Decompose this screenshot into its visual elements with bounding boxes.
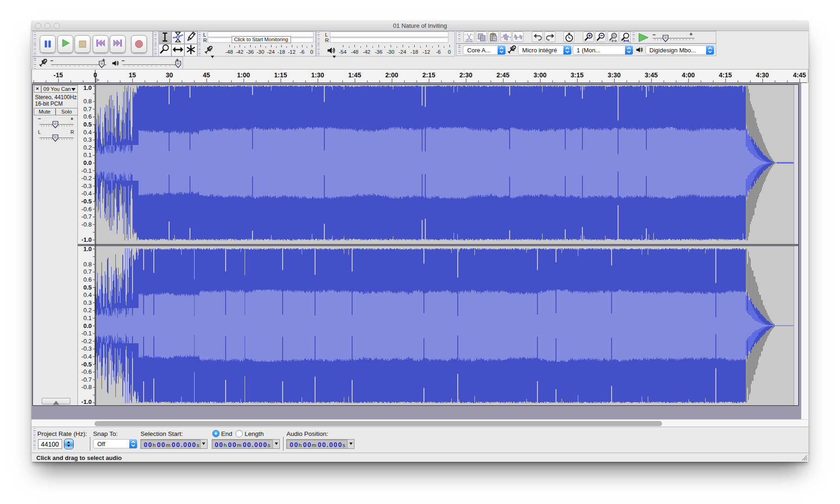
svg-text:4:30: 4:30 <box>756 71 769 79</box>
svg-text:1:30: 1:30 <box>311 71 324 79</box>
svg-text:30: 30 <box>166 71 173 79</box>
svg-text:-0.6: -0.6 <box>81 206 91 213</box>
svg-text:4:45: 4:45 <box>793 71 806 79</box>
svg-text:0.3: 0.3 <box>83 136 91 143</box>
svg-text:-0.3: -0.3 <box>81 345 91 352</box>
svg-text:2:00: 2:00 <box>385 71 398 79</box>
svg-text:0.7: 0.7 <box>83 106 91 113</box>
svg-text:3:45: 3:45 <box>645 71 658 79</box>
svg-text:45: 45 <box>203 71 210 79</box>
svg-text:-0.1: -0.1 <box>81 167 91 174</box>
svg-text:-0.2: -0.2 <box>81 338 91 345</box>
svg-text:2:15: 2:15 <box>423 71 436 79</box>
svg-text:-0.8: -0.8 <box>81 384 91 391</box>
svg-text:4:00: 4:00 <box>682 71 695 79</box>
svg-text:-15: -15 <box>53 71 63 79</box>
svg-text:-0.1: -0.1 <box>81 330 91 337</box>
svg-text:0.0: 0.0 <box>83 159 91 166</box>
svg-text:0.1: 0.1 <box>83 315 91 321</box>
svg-text:-0.6: -0.6 <box>81 368 91 375</box>
svg-text:4:15: 4:15 <box>719 71 732 79</box>
svg-text:-0.2: -0.2 <box>81 175 91 182</box>
svg-text:1.0: 1.0 <box>83 246 91 252</box>
svg-text:-0.7: -0.7 <box>81 213 91 220</box>
svg-text:0.4: 0.4 <box>83 291 91 298</box>
svg-text:-0.8: -0.8 <box>81 221 91 228</box>
svg-text:15: 15 <box>129 71 136 79</box>
svg-text:0.5: 0.5 <box>83 121 91 128</box>
svg-text:0.5: 0.5 <box>83 284 91 291</box>
svg-text:0.2: 0.2 <box>83 144 91 151</box>
svg-text:-0.3: -0.3 <box>81 183 91 189</box>
svg-text:0.0: 0.0 <box>83 322 91 329</box>
svg-text:0.1: 0.1 <box>83 151 91 158</box>
svg-text:-0.7: -0.7 <box>81 376 91 383</box>
svg-text:3:00: 3:00 <box>534 71 547 79</box>
svg-text:3:15: 3:15 <box>571 71 584 79</box>
svg-text:3:30: 3:30 <box>608 71 621 79</box>
svg-text:-1.0: -1.0 <box>81 398 91 405</box>
svg-text:0.7: 0.7 <box>83 268 91 275</box>
svg-text:-1.0: -1.0 <box>81 236 91 243</box>
svg-text:1:00: 1:00 <box>237 71 250 79</box>
svg-text:-0.4: -0.4 <box>81 353 91 360</box>
svg-text:2:30: 2:30 <box>460 71 473 79</box>
svg-text:1:15: 1:15 <box>274 71 287 79</box>
svg-text:-0.4: -0.4 <box>81 190 91 197</box>
svg-text:0.4: 0.4 <box>83 129 91 136</box>
svg-text:0.6: 0.6 <box>83 113 91 120</box>
svg-text:2:45: 2:45 <box>497 71 510 79</box>
svg-text:0.3: 0.3 <box>83 299 91 306</box>
svg-text:0.8: 0.8 <box>83 261 91 268</box>
svg-text:1:45: 1:45 <box>348 71 361 79</box>
svg-text:0.2: 0.2 <box>83 307 91 314</box>
svg-text:-0.5: -0.5 <box>81 361 91 368</box>
svg-text:0.8: 0.8 <box>83 98 91 105</box>
svg-text:-0.5: -0.5 <box>81 198 91 205</box>
svg-text:1.0: 1.0 <box>83 85 91 91</box>
svg-text:0.6: 0.6 <box>83 276 91 283</box>
